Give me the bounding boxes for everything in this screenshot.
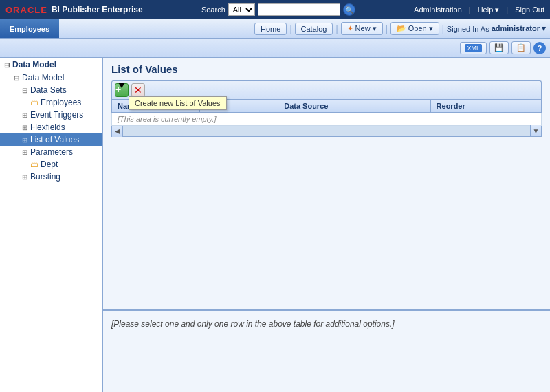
sidebar-item-flexfields[interactable]: ⊞ Flexfields bbox=[0, 121, 102, 133]
collapse-icon-2: ⊟ bbox=[14, 74, 19, 82]
sidebar-data-model-sub-label: Data Model bbox=[22, 73, 64, 83]
sidebar-group-data-model[interactable]: ⊟ Data Model bbox=[0, 58, 102, 72]
sidebar: ⊟ Data Model ⊟ Data Model ⊟ Data Sets 🗃 … bbox=[0, 58, 103, 392]
expand-icon-2: ⊞ bbox=[22, 124, 28, 131]
search-input[interactable] bbox=[258, 3, 340, 16]
table-row-empty: [This area is currently empty.] bbox=[112, 113, 542, 126]
main-layout: ⊟ Data Model ⊟ Data Model ⊟ Data Sets 🗃 … bbox=[0, 58, 550, 392]
collapse-icon: ⊟ bbox=[4, 61, 10, 69]
oracle-logo: ORACLE BI Publisher Enterprise bbox=[6, 5, 143, 15]
tab-employees[interactable]: Employees bbox=[0, 19, 59, 38]
home-button[interactable]: Home bbox=[254, 23, 287, 35]
sidebar-lov-label: List of Values bbox=[30, 135, 79, 144]
top-header: ORACLE BI Publisher Enterprise Search Al… bbox=[0, 0, 550, 19]
sign-out-link[interactable]: Sign Out bbox=[515, 6, 544, 14]
scroll-left-button[interactable]: ◀ bbox=[112, 126, 123, 137]
search-area: Search All 🔍 bbox=[201, 3, 355, 16]
expand-icon-4: ⊞ bbox=[22, 149, 28, 156]
sidebar-item-employees[interactable]: 🗃 Employees bbox=[0, 96, 102, 109]
bottom-panel: [Please select one and only one row in t… bbox=[103, 309, 550, 392]
signed-in-area: Signed In As administrator ▾ bbox=[447, 24, 546, 33]
scroll-down-button[interactable]: ▼ bbox=[530, 125, 541, 136]
toolbar: XML 💾 📋 ? bbox=[0, 39, 550, 58]
sidebar-item-data-sets[interactable]: ⊟ Data Sets bbox=[0, 84, 102, 96]
expand-icon-3: ⊞ bbox=[22, 136, 28, 144]
nav-left: Employees bbox=[0, 19, 59, 38]
sidebar-item-list-of-values[interactable]: ⊞ List of Values bbox=[0, 133, 102, 146]
empty-message: [This area is currently empty.] bbox=[112, 113, 542, 126]
employees-icon: 🗃 bbox=[30, 98, 38, 107]
sidebar-item-dept[interactable]: 🗃 Dept bbox=[0, 158, 102, 171]
bottom-message: [Please select one and only one row in t… bbox=[111, 319, 395, 329]
help-link[interactable]: Help ▾ bbox=[478, 6, 500, 14]
expand-icon-5: ⊞ bbox=[22, 173, 28, 181]
catalog-button[interactable]: Catalog bbox=[295, 23, 333, 35]
nav-bar: Employees Home | Catalog | ✦ New ▾ | 📂 O… bbox=[0, 19, 550, 39]
header-links: Administration | Help ▾ | Sign Out bbox=[414, 6, 544, 14]
sidebar-dept-label: Dept bbox=[41, 160, 58, 169]
collapse-icon-3: ⊟ bbox=[22, 87, 28, 94]
sidebar-data-sets-label: Data Sets bbox=[30, 85, 67, 95]
expand-icon: ⊞ bbox=[22, 111, 28, 119]
signed-in-label: Signed In As bbox=[447, 25, 490, 33]
h-scroll-area[interactable]: ◀ ▼ bbox=[111, 126, 542, 137]
administration-link[interactable]: Administration bbox=[414, 6, 462, 14]
sidebar-bursting-label: Bursting bbox=[30, 172, 60, 182]
sidebar-event-triggers-label: Event Triggers bbox=[30, 110, 83, 120]
col-header-data-source: Data Source bbox=[278, 100, 430, 113]
sidebar-item-bursting[interactable]: ⊞ Bursting bbox=[0, 171, 102, 183]
new-button[interactable]: ✦ New ▾ bbox=[341, 22, 383, 35]
page-title: List of Values bbox=[111, 63, 542, 75]
add-button[interactable]: + bbox=[115, 83, 129, 97]
sidebar-flexfields-label: Flexfields bbox=[30, 122, 65, 132]
add-tooltip: Create new List of Values bbox=[129, 96, 227, 110]
sidebar-item-data-model[interactable]: ⊟ Data Model bbox=[0, 72, 102, 84]
help-button[interactable]: ? bbox=[534, 42, 546, 54]
sidebar-parameters-label: Parameters bbox=[30, 147, 73, 157]
search-button[interactable]: 🔍 bbox=[343, 3, 355, 16]
open-button[interactable]: 📂 Open ▾ bbox=[390, 22, 439, 35]
search-dropdown[interactable]: All bbox=[228, 3, 255, 16]
save-as-icon: 📋 bbox=[516, 43, 526, 52]
table-toolbar: + ✕ Create new List of Values bbox=[111, 80, 542, 99]
save-icon: 💾 bbox=[494, 43, 504, 52]
xml-button[interactable]: XML bbox=[460, 42, 487, 54]
nav-right: Home | Catalog | ✦ New ▾ | 📂 Open ▾ | Si… bbox=[254, 22, 550, 35]
bi-publisher-title: BI Publisher Enterprise bbox=[52, 5, 143, 14]
content-area: List of Values + ✕ Create new List of Va… bbox=[103, 58, 550, 392]
col-header-reorder: Reorder bbox=[430, 100, 541, 113]
oracle-text: ORACLE bbox=[6, 5, 47, 15]
sidebar-item-event-triggers[interactable]: ⊞ Event Triggers bbox=[0, 109, 102, 121]
signed-in-user[interactable]: administrator ▾ bbox=[492, 24, 546, 33]
sidebar-employees-label: Employees bbox=[41, 98, 81, 107]
search-label: Search bbox=[201, 6, 226, 14]
sidebar-item-parameters[interactable]: ⊞ Parameters bbox=[0, 146, 102, 158]
dept-icon: 🗃 bbox=[30, 160, 38, 168]
save-button[interactable]: 💾 bbox=[490, 41, 509, 54]
save-as-button[interactable]: 📋 bbox=[512, 41, 531, 54]
sidebar-data-model-label: Data Model bbox=[12, 60, 56, 69]
xml-icon: XML bbox=[465, 44, 482, 52]
delete-button[interactable]: ✕ bbox=[131, 83, 145, 97]
lov-container: List of Values + ✕ Create new List of Va… bbox=[103, 58, 550, 309]
